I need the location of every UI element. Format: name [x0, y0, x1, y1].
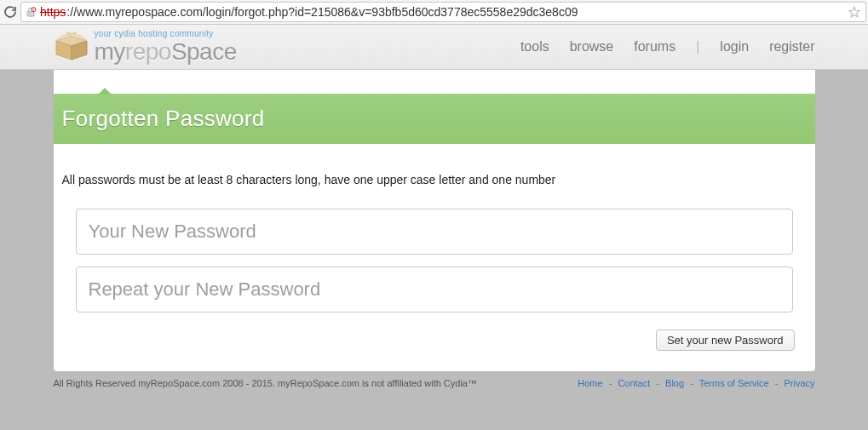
tagline: your cydia hosting community	[95, 30, 237, 38]
footer-home[interactable]: Home	[578, 378, 602, 388]
svg-rect-0	[27, 11, 34, 16]
svg-marker-4	[849, 7, 859, 17]
bookmark-button[interactable]	[847, 4, 862, 20]
footer-tos[interactable]: Terms of Service	[699, 378, 769, 388]
nav-browse[interactable]: browse	[570, 39, 614, 54]
footer-links: Home - Contact - Blog - Terms of Service…	[578, 378, 814, 388]
nav-separator: |	[696, 39, 699, 54]
brand-name: myrepoSpace	[95, 40, 237, 64]
password-rules: All passwords must be at least 8 charact…	[62, 173, 807, 186]
star-icon	[848, 6, 860, 18]
content-card: Forgotten Password All passwords must be…	[54, 70, 815, 371]
copyright: All Rights Reserved myRepoSpace.com 2008…	[54, 378, 477, 388]
nav-forums[interactable]: forums	[634, 39, 675, 54]
footer-contact[interactable]: Contact	[618, 378, 650, 388]
reload-icon	[3, 5, 17, 19]
browser-chrome: https ://www.myrepospace.com/login/forgo…	[0, 0, 868, 25]
footer-blog[interactable]: Blog	[665, 378, 684, 388]
logo[interactable]: your cydia hosting community myrepoSpace	[54, 30, 237, 64]
new-password-input[interactable]	[76, 209, 793, 255]
set-password-button[interactable]: Set your new Password	[656, 330, 795, 351]
ssl-warning-icon	[25, 6, 37, 18]
address-bar[interactable]: https ://www.myrepospace.com/login/forgo…	[20, 2, 866, 22]
nav-tools[interactable]: tools	[520, 39, 549, 54]
url-path: ://www.myrepospace.com/login/forgot.php?…	[66, 5, 578, 19]
reload-button[interactable]	[2, 3, 19, 20]
title-bar-arrow-icon	[98, 88, 112, 95]
repeat-password-input[interactable]	[76, 267, 793, 312]
page-title: Forgotten Password	[54, 94, 815, 144]
url-scheme: https	[40, 5, 66, 19]
footer-privacy[interactable]: Privacy	[784, 378, 814, 388]
box-icon	[54, 31, 89, 63]
nav-login[interactable]: login	[720, 39, 749, 54]
top-nav-band: your cydia hosting community myrepoSpace…	[0, 25, 868, 70]
nav-links: tools browse forums | login register	[520, 39, 815, 54]
footer: All Rights Reserved myRepoSpace.com 2008…	[52, 375, 817, 392]
nav-register[interactable]: register	[769, 39, 814, 54]
